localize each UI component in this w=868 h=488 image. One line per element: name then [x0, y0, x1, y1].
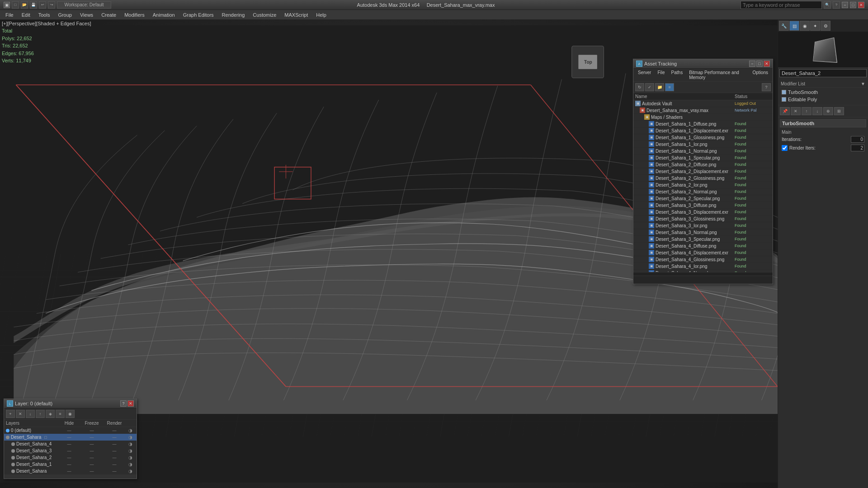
modifier-turbosmooth[interactable]: TurboSmooth [780, 89, 866, 96]
asset-row[interactable]: ▣ Desert_Sahara_4_Displacement.exr Found [633, 249, 773, 256]
asset-row[interactable]: ▣ Desert_Sahara_1_Displacement.exr Found [633, 127, 773, 134]
asset-minimize-button[interactable]: − [749, 61, 755, 67]
modifier-editable-poly[interactable]: Editable Poly [780, 96, 866, 103]
asset-row[interactable]: ▣ Desert_Sahara_3_Normal.png Found [633, 229, 773, 236]
asset-row[interactable]: ▣ Desert_Sahara_2_Diffuse.png Found [633, 161, 773, 168]
render-iters-input[interactable] [851, 145, 864, 151]
menu-create[interactable]: Create [98, 11, 120, 19]
asset-row[interactable]: ▣ Desert_Sahara_1_Glossiness.png Found [633, 134, 773, 141]
asset-tb-view[interactable]: ≡ [665, 83, 674, 91]
modifier-dropdown-icon[interactable]: ▼ [861, 81, 865, 86]
open-button[interactable]: 📂 [21, 1, 28, 9]
asset-row[interactable]: ▣ Desert_Sahara_3_Glossiness.png Found [633, 216, 773, 222]
menu-tools[interactable]: Tools [35, 11, 54, 19]
mod-tb-pin[interactable]: 📌 [780, 107, 790, 115]
asset-row[interactable]: ▣ Desert_Sahara_2_Displacement.exr Found [633, 168, 773, 175]
layers-help-button[interactable]: ? [120, 400, 127, 407]
menu-rendering[interactable]: Rendering [218, 11, 249, 19]
close-button[interactable]: ✕ [858, 2, 864, 8]
asset-row[interactable]: ▣ Desert_Sahara_4_Ior.png Found [633, 263, 773, 270]
asset-menu-paths[interactable]: Paths [669, 70, 686, 80]
menu-help[interactable]: Help [312, 11, 330, 19]
layer-delete-button[interactable]: ✕ [16, 410, 25, 418]
layer-add-button[interactable]: ↓ [26, 410, 35, 418]
menu-customize[interactable]: Customize [249, 11, 280, 19]
right-panel-tab-2[interactable]: ▤ [789, 21, 799, 31]
menu-file[interactable]: File [2, 11, 17, 19]
mod-tb-move-up[interactable]: ↑ [802, 107, 811, 115]
asset-row[interactable]: ▣ Desert_Sahara_2_Specular.png Found [633, 195, 773, 202]
workspace-dropdown[interactable]: Workspace: Default [57, 1, 111, 9]
asset-row[interactable]: ▣ Desert_Sahara_3_Ior.png Found [633, 222, 773, 229]
right-panel-tab-1[interactable]: 🔧 [779, 21, 789, 31]
asset-row[interactable]: ▣ Desert_Sahara_3_Displacement.exr Found [633, 209, 773, 216]
asset-row[interactable]: ▣ Desert_Sahara_1_Specular.png Found [633, 155, 773, 161]
asset-row[interactable]: ▣ Desert_Sahara_2_Normal.png Found [633, 188, 773, 195]
layer-row[interactable]: Desert_Sahara_4 — — — ◑ [4, 441, 137, 447]
asset-row[interactable]: ▣ Desert_Sahara_1_Ior.png Found [633, 141, 773, 148]
search-input[interactable] [741, 1, 822, 9]
asset-tb-browse[interactable]: 📁 [655, 83, 664, 91]
asset-row[interactable]: ▣ Desert_Sahara_2_Ior.png Found [633, 182, 773, 188]
layer-remove-button[interactable]: ↑ [36, 410, 45, 418]
asset-menu-file[interactable]: File [655, 70, 667, 80]
viewport-nav-cube[interactable] [813, 37, 837, 62]
layer-row[interactable]: Desert_Sahara □ — — — ◑ [4, 434, 137, 441]
object-name-field[interactable] [779, 69, 867, 77]
asset-row[interactable]: ▣ Desert_Sahara_3_Specular.png Found [633, 236, 773, 243]
asset-scrollbar[interactable] [633, 272, 773, 276]
layers-scrollbar[interactable] [4, 474, 137, 479]
layer-row[interactable]: Desert_Sahara_2 — — — ◑ [4, 454, 137, 461]
asset-row[interactable]: ▣ Desert_Sahara_4_Glossiness.png Found [633, 256, 773, 263]
modifier-editable-poly-checkbox[interactable] [782, 97, 786, 102]
asset-tb-refresh[interactable]: ↻ [635, 83, 644, 91]
asset-tb-resolve[interactable]: ✓ [645, 83, 654, 91]
menu-modifiers[interactable]: Modifiers [121, 11, 148, 19]
asset-row[interactable]: ▣ Autodesk Vault Logged Out [633, 100, 773, 107]
mod-tb-move-down[interactable]: ↓ [812, 107, 822, 115]
layer-row[interactable]: Desert_Sahara_3 — — — ◑ [4, 447, 137, 454]
asset-row[interactable]: ▣ Desert_Sahara_4_Diffuse.png Found [633, 243, 773, 249]
redo-button[interactable]: ↪ [48, 1, 55, 9]
menu-group[interactable]: Group [54, 11, 75, 19]
right-panel-tab-4[interactable]: ✦ [810, 21, 820, 31]
minimize-button[interactable]: − [842, 2, 848, 8]
menu-views[interactable]: Views [76, 11, 97, 19]
asset-row[interactable]: ▣ Maps / Shaders [633, 114, 773, 121]
undo-button[interactable]: ↩ [39, 1, 46, 9]
asset-tb-help[interactable]: ? [762, 83, 771, 91]
asset-row[interactable]: ▣ Desert_Sahara_1_Normal.png Found [633, 148, 773, 155]
layer-row[interactable]: Desert_Sahara — — — ◑ [4, 468, 137, 474]
asset-menu-server[interactable]: Server [635, 70, 654, 80]
modifier-turbosmooth-checkbox[interactable] [782, 90, 786, 94]
asset-row[interactable]: ▣ Desert_Sahara_max_vray.max Network Pal [633, 107, 773, 114]
maximize-button[interactable]: □ [850, 2, 856, 8]
new-button[interactable]: □ [12, 1, 19, 9]
app-icon[interactable]: ▣ [4, 2, 10, 8]
asset-menu-bitmap-perf[interactable]: Bitmap Performance and Memory [686, 70, 749, 80]
layer-row[interactable]: Desert_Sahara_1 — — — ◑ [4, 461, 137, 468]
mod-tb-delete[interactable]: ✕ [791, 107, 801, 115]
layer-hide-button[interactable]: ◉ [66, 410, 75, 418]
search-icon[interactable]: 🔍 [824, 1, 831, 9]
save-button[interactable]: 💾 [30, 1, 37, 9]
asset-row[interactable]: ▣ Desert_Sahara_3_Diffuse.png Found [633, 202, 773, 209]
layer-row[interactable]: 0 (default) — — — ◑ [4, 427, 137, 434]
asset-close-button[interactable]: ✕ [764, 61, 770, 67]
asset-row[interactable]: ▣ Desert_Sahara_1_Diffuse.png Found [633, 121, 773, 127]
asset-row[interactable]: ▣ Desert_Sahara_4_Normal.png Found [633, 270, 773, 272]
mod-tb-copy[interactable]: ⊕ [823, 107, 833, 115]
layer-new-button[interactable]: + [6, 410, 15, 418]
help-button[interactable]: ? [833, 1, 840, 9]
asset-row[interactable]: ▣ Desert_Sahara_2_Glossiness.png Found [633, 175, 773, 182]
menu-edit[interactable]: Edit [18, 11, 34, 19]
asset-menu-options[interactable]: Options [750, 70, 771, 80]
layer-properties-button[interactable]: ≡ [56, 410, 65, 418]
mod-tb-paste[interactable]: ⊞ [834, 107, 844, 115]
iterations-input[interactable] [851, 136, 864, 143]
menu-maxscript[interactable]: MAXScript [281, 11, 311, 19]
right-panel-tab-5[interactable]: ⚙ [821, 21, 830, 31]
layer-select-button[interactable]: ◈ [46, 410, 55, 418]
asset-maximize-button[interactable]: □ [756, 61, 763, 67]
right-panel-tab-3[interactable]: ◉ [800, 21, 810, 31]
